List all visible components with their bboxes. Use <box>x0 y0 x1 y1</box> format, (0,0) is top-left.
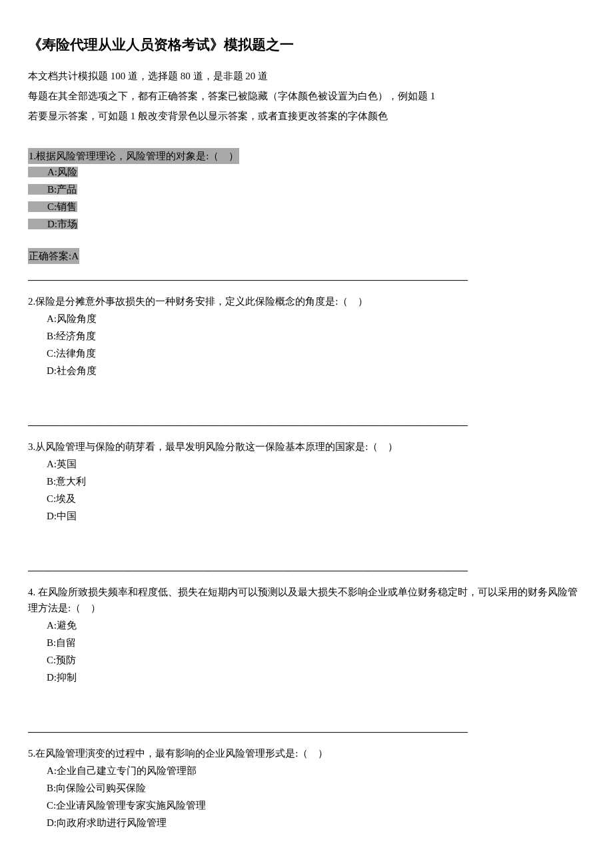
question-1-text: 1.根据风险管理理论，风险管理的对象是:（ ） <box>28 151 239 161</box>
question-1: 1.根据风险管理理论，风险管理的对象是:（ ） A:风险 B:产品 C:销售 D… <box>28 148 585 264</box>
intro-line-3: 若要显示答案，可如题 1 般改变背景色以显示答案，或者直接更改答案的字体颜色 <box>28 108 585 124</box>
question-3-text: 3.从风险管理与保险的萌芽看，最早发明风险分散这一保险基本原理的国家是:（ ） <box>28 439 585 455</box>
question-5-text: 5.在风险管理演变的过程中，最有影响的企业风险管理形式是:（ ） <box>28 745 585 761</box>
divider: ________________________________________… <box>28 413 585 429</box>
intro-block: 本文档共计模拟题 100 道，选择题 80 道，是非题 20 道 每题在其全部选… <box>28 68 585 124</box>
question-4-option-a: A:避免 <box>28 617 585 633</box>
question-5-option-b: B:向保险公司购买保险 <box>28 780 585 796</box>
question-2-option-b: B:经济角度 <box>28 328 585 344</box>
question-1-option-a: A:风险 <box>28 164 585 180</box>
question-5: 5.在风险管理演变的过程中，最有影响的企业风险管理形式是:（ ） A:企业自己建… <box>28 745 585 831</box>
question-3-option-b: B:意大利 <box>28 473 585 489</box>
intro-line-1: 本文档共计模拟题 100 道，选择题 80 道，是非题 20 道 <box>28 68 585 84</box>
question-4-text: 4. 在风险所致损失频率和程度低、损失在短期内可以预测以及最大损失不影响企业或单… <box>28 584 585 616</box>
question-1-option-d: D:市场 <box>28 216 585 232</box>
question-2-option-c: C:法律角度 <box>28 345 585 361</box>
divider: ________________________________________… <box>28 865 585 868</box>
page-title: 《寿险代理从业人员资格考试》模拟题之一 <box>28 33 585 56</box>
question-4-option-b: B:自留 <box>28 635 585 651</box>
question-2: 2.保险是分摊意外事故损失的一种财务安排，定义此保险概念的角度是:（ ） A:风… <box>28 293 585 379</box>
question-5-option-d: D:向政府求助进行风险管理 <box>28 815 585 831</box>
question-2-text: 2.保险是分摊意外事故损失的一种财务安排，定义此保险概念的角度是:（ ） <box>28 293 585 309</box>
question-4-option-d: D:抑制 <box>28 669 585 685</box>
question-2-option-a: A:风险角度 <box>28 311 585 327</box>
question-1-option-c: C:销售 <box>28 199 585 215</box>
intro-line-2: 每题在其全部选项之下，都有正确答案，答案已被隐藏（字体颜色被设置为白色），例如题… <box>28 88 585 104</box>
divider: ________________________________________… <box>28 268 585 284</box>
question-3-option-d: D:中国 <box>28 508 585 524</box>
question-4-option-c: C:预防 <box>28 652 585 668</box>
question-3-option-a: A:英国 <box>28 456 585 472</box>
question-3: 3.从风险管理与保险的萌芽看，最早发明风险分散这一保险基本原理的国家是:（ ） … <box>28 439 585 524</box>
question-5-option-a: A:企业自己建立专门的风险管理部 <box>28 763 585 779</box>
question-3-option-c: C:埃及 <box>28 491 585 507</box>
divider: ________________________________________… <box>28 559 585 575</box>
question-4: 4. 在风险所致损失频率和程度低、损失在短期内可以预测以及最大损失不影响企业或单… <box>28 584 585 685</box>
question-5-option-c: C:企业请风险管理专家实施风险管理 <box>28 797 585 813</box>
divider: ________________________________________… <box>28 720 585 736</box>
question-1-option-b: B:产品 <box>28 181 585 197</box>
question-1-answer: 正确答案:A <box>28 248 585 264</box>
question-2-option-d: D:社会角度 <box>28 363 585 379</box>
